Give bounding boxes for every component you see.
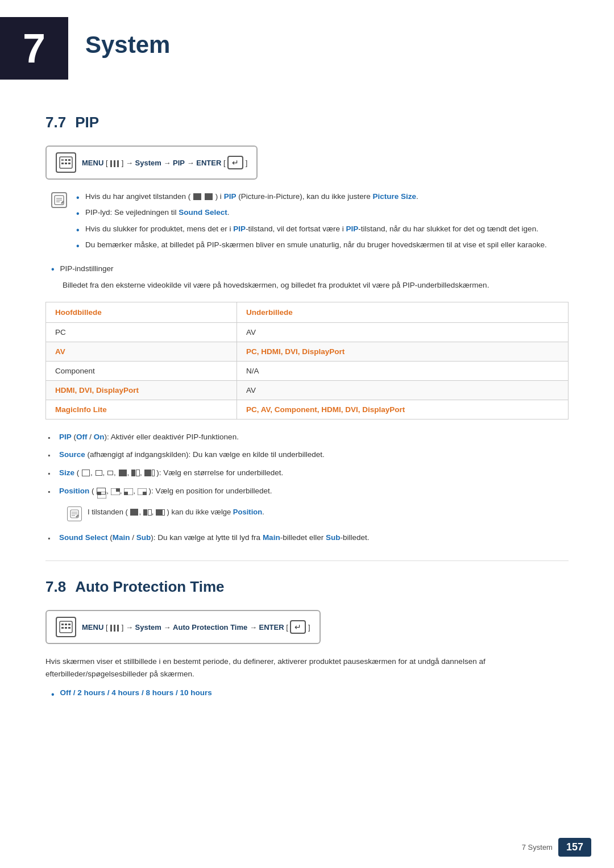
- note-content-77: Hvis du har angivet tilstanden ( ) i PIP…: [74, 191, 569, 255]
- nt-icon-3: [156, 509, 165, 516]
- table-header-hoofdbillede: Hoofdbillede: [46, 302, 237, 322]
- size-icon-2: [96, 470, 102, 476]
- table-row: MagicInfo Lite PC, AV, Component, HDMI, …: [46, 400, 569, 419]
- table-row: HDMI, DVI, DisplayPort AV: [46, 380, 569, 400]
- note-icon-77: [51, 192, 67, 208]
- sq-item-4: Position ( , , , ): Vælg en position for…: [45, 485, 569, 526]
- note-item-3: Hvis du slukker for produktet, mens det …: [74, 223, 569, 235]
- table-cell-sub-2: PC, HDMI, DVI, DisplayPort: [237, 342, 569, 361]
- options-bullet-item: • Off / 2 hours / 4 hours / 8 hours / 10…: [51, 688, 569, 700]
- pip-bullet: •: [51, 264, 55, 275]
- table-header-row: Hoofdbillede Underbillede: [46, 302, 569, 322]
- nt-icon-2: [143, 509, 152, 516]
- sq-bullet-list-77: PIP (Off / On): Aktivér eller deaktivér …: [45, 431, 569, 544]
- note-item-1: Hvis du har angivet tilstanden ( ) i PIP…: [74, 191, 569, 202]
- enter-icon-78: ↵: [290, 620, 306, 634]
- nested-note-icon: [67, 506, 82, 521]
- menu-icon-78: [56, 617, 76, 637]
- menu-path-78-text: MENU [ ] → System → Auto Protection Time…: [82, 620, 310, 634]
- svg-rect-5: [65, 163, 67, 164]
- menu-path-77: m MENU [ ] → System → PIP → ENTER [ ↵ ]: [45, 146, 258, 180]
- note-item-4: Du bemærker måske, at billedet på PIP-sk…: [74, 239, 569, 251]
- options-label: Off / 2 hours / 4 hours / 8 hours / 10 h…: [60, 688, 212, 697]
- note-item-2: PIP-lyd: Se vejledningen til Sound Selec…: [74, 207, 569, 218]
- table-cell-main-3: Component: [46, 361, 237, 380]
- page-footer: 7 System 157: [522, 838, 591, 857]
- table-cell-sub-5: PC, AV, Component, HDMI, DVI, DisplayPor…: [237, 400, 569, 419]
- chapter-header: 7 System: [0, 0, 614, 91]
- pos-icon-4: [138, 485, 147, 497]
- section-77-heading: 7.7 PIP: [45, 114, 569, 131]
- enter-icon-77: ↵: [227, 156, 243, 169]
- size-icon-6: [144, 470, 155, 476]
- note-list-77: Hvis du har angivet tilstanden ( ) i PIP…: [74, 191, 569, 251]
- footer-text: 7 System: [522, 843, 553, 852]
- table-cell-main-5: MagicInfo Lite: [46, 400, 237, 419]
- menu-path-77-text: MENU [ ] → System → PIP → ENTER [ ↵ ]: [82, 156, 247, 169]
- pip-settings-desc: Billedet fra den eksterne videokilde vil…: [63, 279, 569, 292]
- nested-note-text: I tilstanden ( , , ) kan du ikke vælge P…: [88, 506, 264, 518]
- section-78-title: Auto Protection Time: [75, 578, 224, 596]
- svg-rect-6: [68, 163, 70, 164]
- svg-rect-19: [143, 492, 147, 495]
- size-icon-3: [107, 471, 113, 475]
- svg-text:m: m: [62, 157, 65, 161]
- svg-rect-27: [68, 624, 70, 625]
- menu-icon-77: m: [56, 152, 76, 173]
- section-78-number: 7.8: [45, 578, 66, 596]
- table-row: PC AV: [46, 322, 569, 342]
- icon-filled-2: [205, 193, 213, 200]
- chapter-number: 7: [0, 17, 68, 80]
- size-icon-1: [82, 470, 90, 476]
- section-78-body: Hvis skærmen viser et stillbillede i en …: [45, 655, 569, 680]
- pip-settings-label: PIP-indstillinger: [60, 263, 114, 275]
- sq-item-5: Sound Select (Main / Sub): Du kan vælge …: [45, 531, 569, 544]
- svg-rect-30: [68, 627, 70, 629]
- pos-icon-3: [124, 485, 133, 497]
- table-row: Component N/A: [46, 361, 569, 380]
- svg-rect-3: [68, 159, 70, 161]
- icon-filled-1: [193, 193, 201, 200]
- table-cell-main-1: PC: [46, 322, 237, 342]
- table-row: AV PC, HDMI, DVI, DisplayPort: [46, 342, 569, 361]
- pip-settings-desc-text: Billedet fra den eksterne videokilde vil…: [63, 279, 569, 292]
- sq-item-1: PIP (Off / On): Aktivér eller deaktivér …: [45, 431, 569, 443]
- section-divider: [45, 560, 569, 561]
- svg-rect-25: [61, 624, 64, 625]
- svg-rect-4: [61, 163, 64, 164]
- position-note: I tilstanden ( , , ) kan du ikke vælge P…: [59, 502, 569, 526]
- svg-rect-15: [116, 488, 120, 492]
- svg-rect-17: [124, 492, 128, 495]
- svg-rect-13: [97, 492, 101, 495]
- table-cell-sub-3: N/A: [237, 361, 569, 380]
- table-cell-main-2: AV: [46, 342, 237, 361]
- pos-icon-2: [111, 485, 120, 497]
- svg-rect-28: [61, 627, 64, 629]
- menu-path-78: MENU [ ] → System → Auto Protection Time…: [45, 610, 321, 644]
- table-cell-sub-1: AV: [237, 322, 569, 342]
- options-bullet: •: [51, 690, 55, 700]
- section-78-heading: 7.8 Auto Protection Time: [45, 578, 569, 596]
- table-cell-main-4: HDMI, DVI, DisplayPort: [46, 380, 237, 400]
- sq-item-2: Source (afhængigt af indgangskilden): Du…: [45, 448, 569, 461]
- size-icon-5: [131, 470, 140, 476]
- nt-icon-1: [130, 509, 138, 516]
- section-77-title: PIP: [75, 114, 99, 131]
- pip-table: Hoofdbillede Underbillede PC AV AV PC, H…: [45, 302, 569, 420]
- size-icon-4: [119, 470, 127, 476]
- svg-rect-26: [65, 624, 67, 625]
- footer-page: 157: [558, 838, 591, 857]
- chapter-title: System: [85, 17, 170, 59]
- sq-item-3: Size ( , , , , , ): Vælg en størrelse fo…: [45, 467, 569, 479]
- svg-rect-29: [65, 627, 67, 629]
- section-77-number: 7.7: [45, 114, 66, 131]
- table-header-underbillede: Underbillede: [237, 302, 569, 322]
- pip-settings-item: • PIP-indstillinger: [51, 263, 569, 275]
- note-block-77: Hvis du har angivet tilstanden ( ) i PIP…: [51, 191, 569, 255]
- table-cell-sub-4: AV: [237, 380, 569, 400]
- main-content: 7.7 PIP m MENU [ ] → System → PIP: [0, 91, 614, 722]
- pos-icon-1: [97, 488, 106, 495]
